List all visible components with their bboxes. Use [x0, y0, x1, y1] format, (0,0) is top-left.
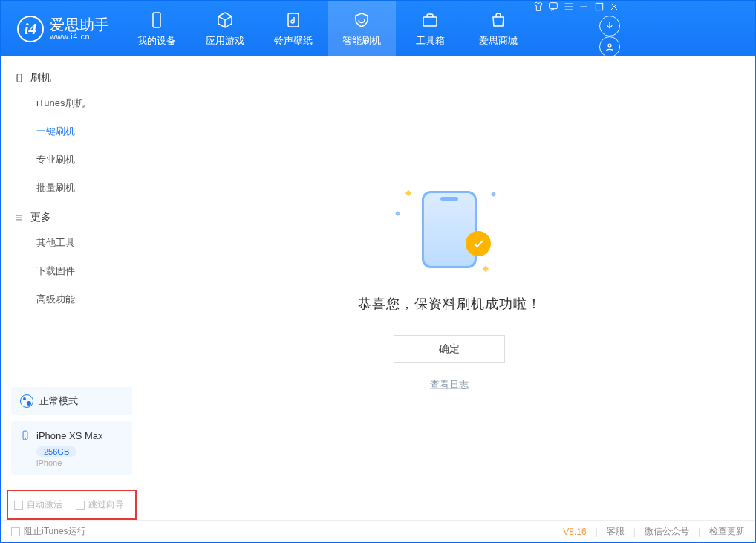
- sidebar-section-more: 更多: [1, 202, 143, 229]
- phone-outline-icon: [14, 73, 25, 83]
- list-icon: [14, 212, 25, 223]
- svg-rect-4: [596, 3, 602, 10]
- menu-icon[interactable]: [563, 2, 575, 15]
- sidebar-section-flash: 刷机: [1, 62, 143, 89]
- svg-rect-3: [550, 3, 558, 9]
- sparkle-icon: [491, 192, 496, 197]
- device-type-label: iPhone: [36, 458, 123, 467]
- success-illustration: [390, 185, 509, 274]
- svg-rect-0: [153, 13, 160, 27]
- download-button[interactable]: [599, 16, 620, 36]
- user-button[interactable]: [599, 36, 620, 57]
- app-logo: i4 爱思助手 www.i4.cn: [1, 16, 123, 42]
- status-link-update[interactable]: 检查更新: [709, 525, 745, 538]
- status-link-support[interactable]: 客服: [607, 525, 625, 538]
- maximize-icon[interactable]: [593, 2, 605, 15]
- tab-store[interactable]: 爱思商城: [464, 1, 532, 56]
- tab-apps-games[interactable]: 应用游戏: [191, 1, 259, 56]
- app-window: i4 爱思助手 www.i4.cn 我的设备 应用游戏 铃声壁纸 智能刷机: [0, 0, 756, 543]
- view-log-link[interactable]: 查看日志: [430, 378, 469, 391]
- feedback-icon[interactable]: [547, 2, 559, 15]
- close-icon[interactable]: [608, 2, 620, 15]
- body: 刷机 iTunes刷机 一键刷机 专业刷机 批量刷机 更多 其他工具 下载固件 …: [1, 56, 755, 520]
- tab-my-device[interactable]: 我的设备: [123, 1, 191, 56]
- tab-toolbox[interactable]: 工具箱: [396, 1, 464, 56]
- music-note-icon: [284, 10, 303, 30]
- svg-point-8: [25, 438, 25, 439]
- device-name-label: iPhone XS Max: [36, 430, 103, 441]
- checkbox-block-itunes[interactable]: 阻止iTunes运行: [11, 525, 86, 538]
- phone-illustration-icon: [422, 191, 477, 268]
- app-name: 爱思助手: [50, 17, 109, 32]
- checkbox-icon: [76, 501, 85, 510]
- sparkle-icon: [405, 190, 411, 196]
- svg-point-5: [608, 44, 611, 47]
- options-highlight-box: 自动激活 跳过向导: [7, 490, 137, 520]
- sidebar-item-itunes-flash[interactable]: iTunes刷机: [1, 89, 143, 117]
- device-capacity-badge: 256GB: [36, 446, 76, 457]
- cube-icon: [215, 10, 235, 30]
- sidebar: 刷机 iTunes刷机 一键刷机 专业刷机 批量刷机 更多 其他工具 下载固件 …: [1, 56, 143, 520]
- main-tabs: 我的设备 应用游戏 铃声壁纸 智能刷机 工具箱 爱思商城: [123, 1, 532, 56]
- sidebar-item-onekey-flash[interactable]: 一键刷机: [1, 117, 143, 146]
- version-label: V8.16: [563, 527, 586, 537]
- ok-button[interactable]: 确定: [394, 335, 505, 363]
- status-link-wechat[interactable]: 微信公众号: [645, 525, 689, 538]
- sidebar-item-batch-flash[interactable]: 批量刷机: [1, 174, 143, 202]
- tshirt-icon[interactable]: [532, 2, 544, 15]
- check-circle-icon: [466, 231, 491, 256]
- device-mode-card[interactable]: 正常模式: [11, 387, 132, 415]
- minimize-icon[interactable]: [578, 2, 590, 15]
- checkbox-icon: [11, 527, 20, 536]
- device-phone-icon: [20, 429, 30, 442]
- title-bar: i4 爱思助手 www.i4.cn 我的设备 应用游戏 铃声壁纸 智能刷机: [1, 1, 755, 56]
- success-message: 恭喜您，保资料刷机成功啦！: [358, 295, 541, 313]
- sparkle-icon: [395, 211, 400, 216]
- svg-rect-6: [17, 74, 22, 82]
- svg-rect-2: [423, 17, 437, 26]
- sidebar-item-advanced[interactable]: 高级功能: [1, 285, 143, 313]
- status-bar: 阻止iTunes运行 V8.16 | 客服 | 微信公众号 | 检查更新: [1, 520, 755, 542]
- checkbox-skip-guide[interactable]: 跳过向导: [76, 498, 124, 511]
- sidebar-item-other-tools[interactable]: 其他工具: [1, 229, 143, 257]
- main-content: 恭喜您，保资料刷机成功啦！ 确定 查看日志: [143, 56, 755, 520]
- tab-smart-flash[interactable]: 智能刷机: [328, 1, 396, 56]
- tab-ringtones-wallpapers[interactable]: 铃声壁纸: [259, 1, 328, 56]
- shopping-bag-icon: [489, 10, 508, 30]
- logo-icon: i4: [17, 16, 44, 42]
- app-url: www.i4.cn: [50, 32, 109, 41]
- mode-icon: [20, 394, 33, 408]
- checkbox-icon: [14, 501, 23, 510]
- sparkle-icon: [483, 266, 489, 272]
- sidebar-item-download-firmware[interactable]: 下载固件: [1, 257, 143, 285]
- window-controls: [532, 1, 620, 16]
- device-card[interactable]: iPhone XS Max 256GB iPhone: [11, 421, 132, 475]
- svg-rect-1: [288, 13, 299, 27]
- refresh-shield-icon: [352, 10, 371, 30]
- checkbox-auto-activate[interactable]: 自动激活: [14, 498, 62, 511]
- sidebar-item-pro-flash[interactable]: 专业刷机: [1, 146, 143, 174]
- phone-icon: [147, 10, 166, 30]
- toolbox-icon: [420, 10, 440, 30]
